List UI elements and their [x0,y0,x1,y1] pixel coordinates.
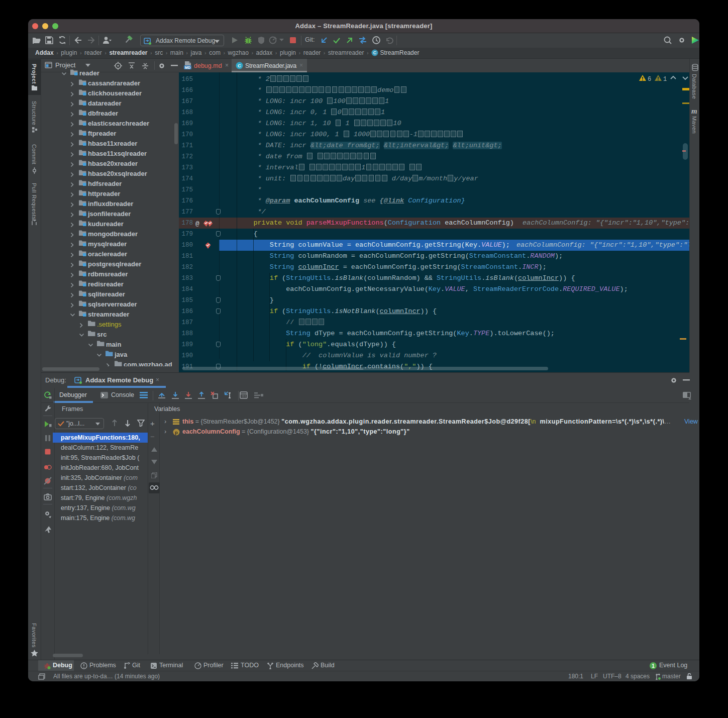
svg-text:1: 1 [652,663,655,669]
svg-text:C: C [238,63,241,68]
svg-text:p: p [175,430,178,435]
svg-text:MD: MD [185,66,190,69]
svg-text:C: C [373,50,377,55]
